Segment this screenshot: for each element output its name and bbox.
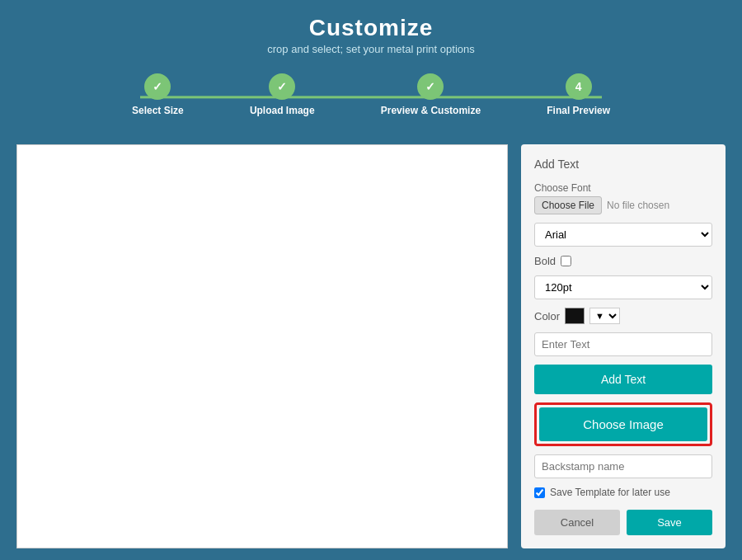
choose-image-wrapper: Choose Image xyxy=(534,402,712,446)
backstamp-wrapper xyxy=(534,454,712,478)
step-2-circle: ✓ xyxy=(269,73,295,100)
add-text-button[interactable]: Add Text xyxy=(534,365,712,394)
choose-image-button[interactable]: Choose Image xyxy=(539,407,707,441)
color-dropdown[interactable]: ▼ xyxy=(589,308,620,324)
step-3-label: Preview & Customize xyxy=(381,105,481,116)
color-row: Color ▼ xyxy=(534,308,712,324)
save-button[interactable]: Save xyxy=(627,510,712,535)
step-3-circle: ✓ xyxy=(417,73,444,100)
color-label: Color xyxy=(534,310,560,322)
step-2-icon: ✓ xyxy=(277,80,287,93)
step-3-icon: ✓ xyxy=(425,80,435,93)
font-select-wrapper: Arial Times New Roman Helvetica Georgia xyxy=(534,223,712,247)
cancel-button[interactable]: Cancel xyxy=(534,510,620,535)
bold-checkbox[interactable] xyxy=(561,256,571,266)
save-template-checkbox[interactable] xyxy=(534,487,545,498)
page-subtitle: crop and select; set your metal print op… xyxy=(0,43,742,55)
step-4-circle: 4 xyxy=(566,73,592,100)
choose-font-label: Choose Font xyxy=(534,182,712,194)
add-text-title: Add Text xyxy=(534,158,712,171)
bottom-buttons: Cancel Save xyxy=(534,510,712,535)
enter-text-input[interactable] xyxy=(534,332,712,356)
canvas-area xyxy=(16,144,508,548)
bold-label: Bold xyxy=(534,255,556,267)
choose-file-button[interactable]: Choose File xyxy=(534,196,602,214)
main-content: Add Text Choose Font Choose File No file… xyxy=(0,131,742,560)
bold-row: Bold xyxy=(534,255,712,267)
step-1-icon: ✓ xyxy=(153,80,162,93)
stepper: ✓ Select Size ✓ Upload Image ✓ Preview &… xyxy=(0,64,742,131)
backstamp-input[interactable] xyxy=(534,454,712,478)
file-row: Choose File No file chosen xyxy=(534,196,712,214)
save-template-label: Save Template for later use xyxy=(550,487,670,498)
step-4-label: Final Preview xyxy=(547,105,610,116)
save-template-row: Save Template for later use xyxy=(534,487,712,498)
step-2-label: Upload Image xyxy=(250,105,315,116)
color-swatch xyxy=(565,308,585,324)
font-select[interactable]: Arial Times New Roman Helvetica Georgia xyxy=(534,223,712,247)
enter-text-wrapper xyxy=(534,332,712,356)
choose-font-section: Choose Font Choose File No file chosen xyxy=(534,182,712,214)
page-title: Customize xyxy=(0,15,742,41)
step-4-icon: 4 xyxy=(575,80,582,93)
size-select-wrapper: 80pt 100pt 120pt 140pt 160pt xyxy=(534,275,712,299)
step-1-label: Select Size xyxy=(132,105,184,116)
right-panel: Add Text Choose Font Choose File No file… xyxy=(521,144,726,548)
step-4: 4 Final Preview xyxy=(547,73,610,116)
size-select[interactable]: 80pt 100pt 120pt 140pt 160pt xyxy=(534,275,712,299)
page-header: Customize crop and select; set your meta… xyxy=(0,0,742,64)
no-file-text: No file chosen xyxy=(607,200,669,211)
step-1: ✓ Select Size xyxy=(132,73,184,116)
step-3: ✓ Preview & Customize xyxy=(381,73,481,116)
step-1-circle: ✓ xyxy=(144,73,171,100)
step-2: ✓ Upload Image xyxy=(250,73,315,116)
